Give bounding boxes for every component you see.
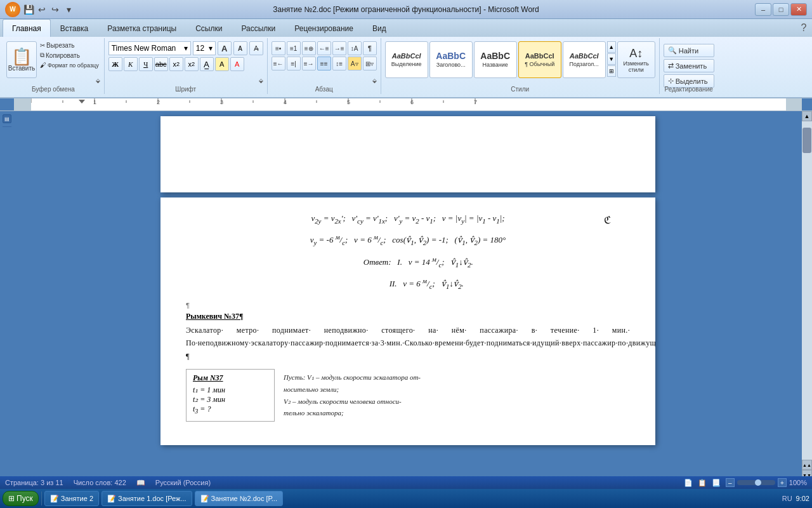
cut-button[interactable]: ✂ Вырезать: [39, 41, 100, 50]
styles-scroll-more[interactable]: ⊞: [607, 65, 616, 77]
start-button[interactable]: ⊞ Пуск: [3, 491, 39, 506]
clipboard-expand-button[interactable]: ⬙: [94, 76, 103, 85]
main-area: ▤ v2y = v2x'; v'cy = v'1x; v'y = v2 - v1…: [0, 111, 812, 490]
find-button[interactable]: 🔍 Найти: [664, 44, 714, 57]
paste-label: Вставить: [8, 65, 35, 72]
customize-quick-access-button[interactable]: ▾: [63, 4, 74, 15]
format-painter-icon: 🖌: [40, 62, 46, 69]
style-normal[interactable]: AaBbCcI ¶ Обычный: [518, 41, 561, 78]
change-styles-button[interactable]: A↕ Изменить стили: [617, 41, 655, 78]
superscript-button[interactable]: x2: [185, 57, 199, 71]
task-title: Рымкевич №37¶: [186, 312, 630, 321]
undo-button[interactable]: ↩: [36, 4, 48, 15]
taskbar-item-3[interactable]: 📝 Занятие №2.doc [Р...: [195, 491, 283, 506]
vertical-scrollbar[interactable]: ▲ ▲▲ ▼▼ ▼: [802, 111, 812, 490]
multilevel-list-button[interactable]: ≡⊕: [302, 41, 316, 55]
line-spacing-button[interactable]: ↕≡: [332, 57, 346, 70]
styles-scroll-down[interactable]: ▼: [607, 53, 616, 65]
text-effects-button[interactable]: A̲: [200, 57, 214, 71]
language-indicator[interactable]: Русский (Россия): [155, 479, 211, 486]
page-indicator[interactable]: Страница: 3 из 11: [5, 479, 63, 486]
paste-button[interactable]: 📋 Вставить: [6, 41, 37, 78]
italic-button[interactable]: К: [124, 57, 138, 71]
scroll-up-button[interactable]: ▲: [802, 111, 812, 121]
full-screen-button[interactable]: 📋: [698, 479, 707, 487]
ruler-main[interactable]: 1 2 3 4 5 6 7: [31, 98, 786, 110]
show-marks-button[interactable]: ¶: [363, 41, 377, 55]
given-t1: t₁ = 1 мин: [193, 385, 268, 395]
window-title: Занятие №2.doc [Режим ограниченной функц…: [0, 5, 812, 14]
ribbon-group-editing: 🔍 Найти ⇄ Заменить ⊹ Выделить Редактиров…: [660, 38, 718, 94]
office-logo-icon[interactable]: W: [5, 2, 20, 17]
font-size-decrease-button[interactable]: A: [233, 41, 247, 55]
zoom-level: 100%: [789, 479, 807, 486]
style-subtitle[interactable]: AaBbCcI Подзагол...: [563, 41, 606, 78]
align-right-button[interactable]: ≡→: [302, 57, 316, 70]
style-heading[interactable]: AaBbC Заголово...: [429, 41, 473, 78]
web-layout-button[interactable]: 📃: [712, 479, 721, 487]
language-tray[interactable]: RU: [782, 495, 792, 502]
restore-button[interactable]: □: [773, 3, 789, 16]
justify-button[interactable]: ≡≡: [317, 57, 331, 70]
taskbar-item-2[interactable]: 📝 Занятие 1.doc [Реж...: [102, 491, 192, 506]
replace-button[interactable]: ⇄ Заменить: [664, 59, 714, 72]
subscript-button[interactable]: x2: [169, 57, 183, 71]
tab-view[interactable]: Вид: [363, 19, 396, 37]
scroll-page-up-button[interactable]: ▲▲: [802, 460, 812, 470]
ribbon-group-paragraph: ≡• ≡1 ≡⊕ ←≡ →≡ ↕A ¶ ≡← ≡| ≡→ ≡≡ ↕≡: [268, 38, 381, 94]
style-title[interactable]: AaBbC Название: [474, 41, 517, 78]
tab-insert[interactable]: Вставка: [51, 19, 98, 37]
decrease-indent-button[interactable]: ←≡: [317, 41, 331, 55]
close-button[interactable]: ✕: [790, 3, 807, 16]
align-center-button[interactable]: ≡|: [287, 57, 301, 70]
styles-scroll-up[interactable]: ▲: [607, 41, 616, 53]
scroll-thumb[interactable]: [802, 128, 811, 153]
borders-button[interactable]: ⊞▿: [363, 57, 377, 70]
font-expand-button[interactable]: ⬙: [257, 76, 266, 85]
shading-button[interactable]: A▿: [348, 57, 362, 70]
clear-formatting-button[interactable]: A̶: [249, 41, 263, 55]
strikethrough-button[interactable]: abc: [154, 57, 168, 71]
tab-layout[interactable]: Разметка страницы: [98, 19, 186, 37]
solution-notes-box: Пусть: V₁ – модуль скорости эскалатора о…: [281, 369, 423, 422]
save-button[interactable]: 💾: [23, 4, 34, 15]
align-left-button[interactable]: ≡←: [272, 57, 285, 70]
left-bar-icon-1[interactable]: ▤: [3, 114, 11, 123]
copy-button[interactable]: ⧉ Копировать: [39, 51, 100, 60]
replace-icon: ⇄: [668, 62, 674, 70]
zoom-in-button[interactable]: +: [778, 478, 787, 487]
underline-button[interactable]: Ч: [139, 57, 153, 71]
document-area[interactable]: v2y = v2x'; v'cy = v'1x; v'y = v2 - v1; …: [14, 111, 802, 490]
minimize-button[interactable]: –: [755, 3, 771, 16]
ribbon-help-button[interactable]: ?: [798, 22, 809, 34]
styles-group-label: Стили: [381, 86, 659, 93]
font-size-increase-button[interactable]: A: [218, 41, 232, 55]
redo-button[interactable]: ↪: [49, 4, 61, 15]
sort-button[interactable]: ↕A: [348, 41, 362, 55]
word-count[interactable]: Число слов: 422: [74, 479, 126, 486]
tab-references[interactable]: Ссылки: [186, 19, 232, 37]
numbering-button[interactable]: ≡1: [287, 41, 301, 55]
note-4: тельно эскалатора;: [284, 407, 421, 419]
taskbar: ⊞ Пуск 📝 Занятие 2 📝 Занятие 1.doc [Реж.…: [0, 489, 812, 508]
print-layout-button[interactable]: 📄: [684, 479, 693, 487]
tab-home[interactable]: Главная: [3, 19, 51, 37]
paragraph-expand-button[interactable]: ⬙: [370, 76, 379, 85]
increase-indent-button[interactable]: →≡: [332, 41, 346, 55]
format-painter-button[interactable]: 🖌 Формат по образцу: [39, 61, 100, 69]
font-size-dropdown[interactable]: 12 ▾: [193, 41, 216, 55]
zoom-out-button[interactable]: –: [726, 478, 735, 487]
page-2: [160, 116, 655, 192]
zoom-track[interactable]: [737, 480, 775, 485]
spell-check-icon[interactable]: 📖: [136, 479, 145, 487]
bullets-button[interactable]: ≡•: [272, 41, 285, 55]
scroll-track[interactable]: [802, 121, 812, 460]
highlight-color-button[interactable]: A: [215, 57, 229, 71]
style-selection[interactable]: AaBbCcI Выделение: [385, 41, 428, 78]
font-color-button[interactable]: A: [230, 57, 244, 71]
font-name-dropdown[interactable]: Times New Roman ▾: [108, 41, 191, 55]
tab-mailings[interactable]: Рассылки: [232, 19, 285, 37]
taskbar-item-1[interactable]: 📝 Занятие 2: [44, 491, 99, 506]
bold-button[interactable]: Ж: [108, 57, 122, 71]
tab-review[interactable]: Рецензирование: [285, 19, 363, 37]
